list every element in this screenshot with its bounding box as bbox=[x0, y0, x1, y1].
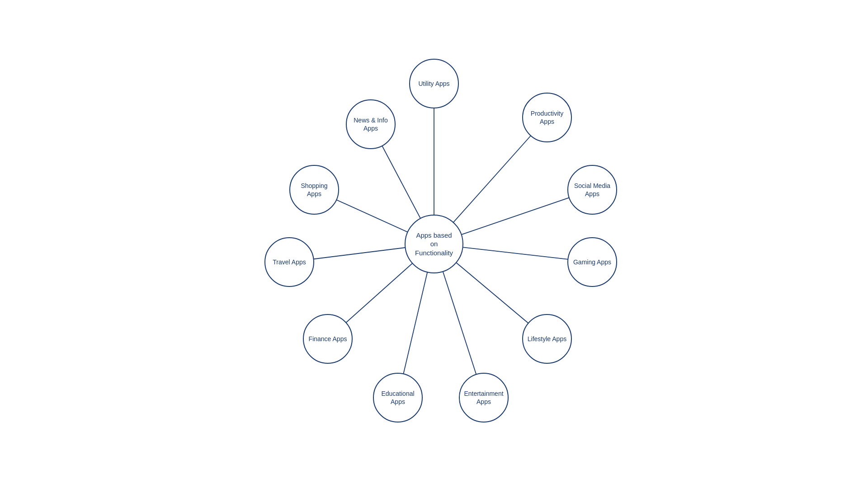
node-news: News & Info Apps bbox=[346, 99, 396, 149]
center-node: Apps based on Functionality bbox=[405, 215, 463, 273]
node-shopping: Shopping Apps bbox=[289, 165, 339, 215]
node-gaming: Gaming Apps bbox=[567, 237, 617, 287]
mind-map-diagram: Apps based on FunctionalityUtility AppsP… bbox=[231, 41, 637, 447]
node-educational: Educational Apps bbox=[373, 373, 423, 422]
node-entertainment: Entertainment Apps bbox=[459, 373, 509, 422]
node-productivity: Productivity Apps bbox=[522, 93, 572, 142]
node-lifestyle: Lifestyle Apps bbox=[522, 314, 572, 364]
node-social: Social Media Apps bbox=[567, 165, 617, 215]
node-utility: Utility Apps bbox=[409, 59, 459, 108]
node-travel: Travel Apps bbox=[264, 237, 314, 287]
node-finance: Finance Apps bbox=[303, 314, 353, 364]
